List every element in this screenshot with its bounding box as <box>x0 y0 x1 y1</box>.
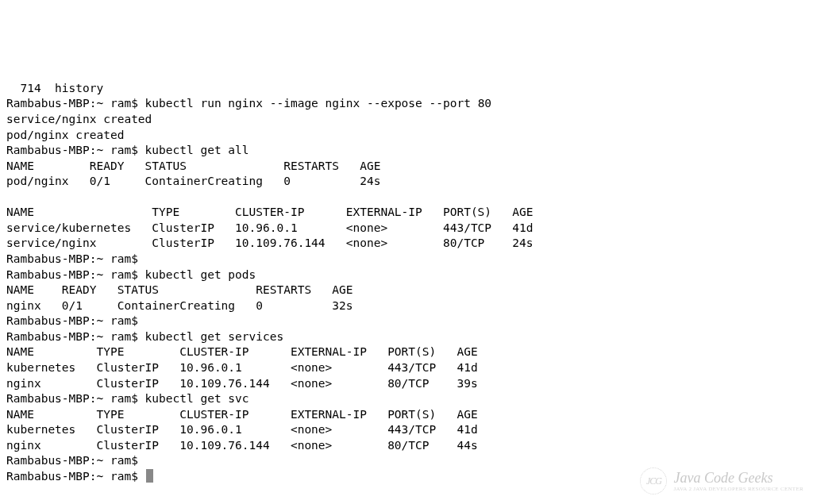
prompt: Rambabus-MBP:~ ram$ <box>6 144 145 156</box>
table-row: pod/nginx 0/1 ContainerCreating 0 24s <box>6 175 380 187</box>
table-row: nginx 0/1 ContainerCreating 0 32s <box>6 299 353 312</box>
cursor <box>146 469 153 483</box>
table-row: service/kubernetes ClusterIP 10.96.0.1 <… <box>6 221 533 234</box>
history-line: 714 history <box>6 82 103 94</box>
table-row: nginx ClusterIP 10.109.76.144 <none> 80/… <box>6 377 478 390</box>
watermark-title: Java Code Geeks <box>673 471 803 485</box>
table-row: service/nginx ClusterIP 10.109.76.144 <n… <box>6 237 533 249</box>
table-header: NAME READY STATUS RESTARTS AGE <box>6 283 353 296</box>
prompt: Rambabus-MBP:~ ram$ <box>6 454 145 467</box>
table-header: NAME TYPE CLUSTER-IP EXTERNAL-IP PORT(S)… <box>6 408 478 421</box>
table-header: NAME READY STATUS RESTARTS AGE <box>6 160 380 172</box>
command-run: kubectl run nginx --image nginx --expose… <box>145 97 492 110</box>
watermark: JCG Java Code Geeks JAVA 2 JAVA DEVELOPE… <box>640 467 803 494</box>
prompt: Rambabus-MBP:~ ram$ <box>6 470 145 483</box>
table-row: kubernetes ClusterIP 10.96.0.1 <none> 44… <box>6 423 478 436</box>
watermark-logo-icon: JCG <box>640 467 667 494</box>
output-line: service/nginx created <box>6 113 152 125</box>
prompt: Rambabus-MBP:~ ram$ <box>6 97 145 110</box>
prompt: Rambabus-MBP:~ ram$ <box>6 314 145 327</box>
table-row: kubernetes ClusterIP 10.96.0.1 <none> 44… <box>6 361 478 374</box>
command-get-svc: kubectl get svc <box>145 392 249 405</box>
output-line: pod/nginx created <box>6 129 124 141</box>
command-get-all: kubectl get all <box>145 144 249 156</box>
table-row: nginx ClusterIP 10.109.76.144 <none> 80/… <box>6 439 478 452</box>
prompt: Rambabus-MBP:~ ram$ <box>6 330 145 343</box>
table-header: NAME TYPE CLUSTER-IP EXTERNAL-IP PORT(S)… <box>6 345 478 358</box>
prompt: Rambabus-MBP:~ ram$ <box>6 392 145 405</box>
table-header: NAME TYPE CLUSTER-IP EXTERNAL-IP PORT(S)… <box>6 206 533 218</box>
watermark-subtitle: JAVA 2 JAVA DEVELOPERS RESOURCE CENTER <box>673 487 803 492</box>
prompt: Rambabus-MBP:~ ram$ <box>6 268 145 281</box>
command-get-pods: kubectl get pods <box>145 268 256 281</box>
prompt: Rambabus-MBP:~ ram$ <box>6 252 145 265</box>
command-get-services: kubectl get services <box>145 330 284 343</box>
terminal-output[interactable]: 714 history Rambabus-MBP:~ ram$ kubectl … <box>6 65 807 484</box>
watermark-text: Java Code Geeks JAVA 2 JAVA DEVELOPERS R… <box>673 471 803 492</box>
